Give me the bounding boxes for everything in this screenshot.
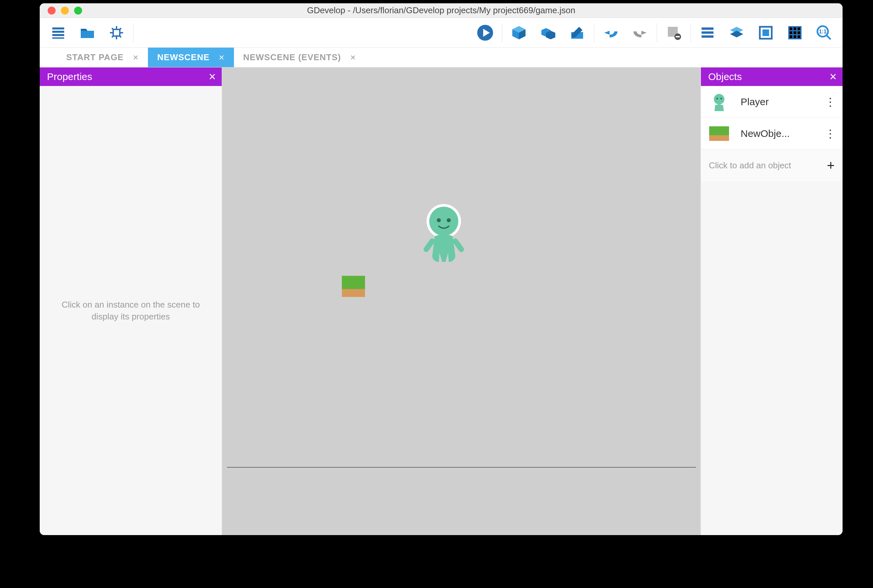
add-object-group-icon[interactable] [538,23,558,43]
object-name: NewObje... [741,128,815,139]
object-thumb [708,122,731,145]
svg-point-34 [720,98,722,99]
open-folder-icon[interactable] [77,23,97,43]
add-object-label: Click to add an object [709,160,791,171]
objects-list: Player ⋮ NewObje... ⋮ Click to add an ob… [701,86,843,181]
toolbar-separator [502,23,502,42]
properties-empty-hint: Click on an instance on the scene to dis… [40,86,222,535]
toolbar-separator [690,23,691,42]
layers-icon[interactable] [727,23,747,43]
play-icon[interactable] [475,23,495,43]
zoom-reset-icon[interactable]: 1:1 [814,23,834,43]
object-item-newobject[interactable]: NewObje... ⋮ [701,118,843,150]
svg-point-32 [714,94,724,105]
tab-newscene[interactable]: NEWSCENE × [148,48,234,67]
svg-point-33 [717,98,718,99]
toolbar-separator [133,23,134,42]
svg-line-25 [827,35,831,39]
add-object-icon[interactable] [509,23,529,43]
svg-rect-4 [113,29,120,36]
edit-icon[interactable] [567,23,587,43]
close-icon[interactable]: × [133,52,139,63]
svg-rect-19 [702,35,714,38]
svg-rect-1 [52,31,64,33]
tab-label: START PAGE [66,52,124,63]
object-item-player[interactable]: Player ⋮ [701,86,843,118]
objects-panel: Objects × Player ⋮ [700,68,843,535]
kebab-menu-icon[interactable]: ⋮ [825,127,836,140]
svg-rect-16 [676,36,680,38]
delete-instance-icon[interactable] [664,23,684,43]
svg-rect-3 [52,38,64,39]
toolbar-separator [594,23,594,42]
object-name: Player [741,96,815,108]
svg-point-30 [447,218,451,222]
tab-label: NEWSCENE (EVENTS) [243,52,341,63]
plus-icon[interactable]: + [827,158,835,173]
svg-rect-0 [52,27,64,29]
tab-start-page[interactable]: START PAGE × [40,48,148,67]
main-toolbar: 1:1 [40,18,843,48]
app-window: GDevelop - /Users/florian/GDevelop proje… [40,3,843,535]
svg-rect-23 [762,29,769,36]
svg-point-29 [437,218,441,222]
scene-canvas[interactable] [222,68,700,535]
panel-header: Objects × [701,68,843,86]
svg-rect-17 [702,27,714,30]
close-icon[interactable]: × [350,52,356,63]
tab-label: NEWSCENE [157,52,209,63]
close-icon[interactable]: × [209,70,216,84]
properties-panel: Properties × Click on an instance on the… [40,68,222,535]
instances-list-icon[interactable] [697,23,717,43]
undo-icon[interactable] [601,23,621,43]
tab-newscene-events[interactable]: NEWSCENE (EVENTS) × [234,48,365,67]
window-title: GDevelop - /Users/florian/GDevelop proje… [40,5,843,15]
debug-icon[interactable] [107,23,126,43]
panel-header: Properties × [40,68,222,86]
close-icon[interactable]: × [829,70,837,84]
instance-tile[interactable] [342,276,365,297]
svg-point-28 [429,207,458,236]
panel-title: Properties [47,71,92,82]
add-object-row[interactable]: Click to add an object + [701,150,843,181]
tab-bar: START PAGE × NEWSCENE × NEWSCENE (EVENTS… [40,48,843,68]
svg-text:1:1: 1:1 [819,29,826,34]
grid-icon[interactable] [785,23,805,43]
workspace: Properties × Click on an instance on the… [40,68,843,535]
svg-rect-2 [52,34,64,36]
close-icon[interactable]: × [219,52,224,63]
toolbar-separator [657,23,657,42]
panel-title: Objects [708,71,742,82]
titlebar: GDevelop - /Users/florian/GDevelop proje… [40,3,843,18]
svg-marker-21 [730,31,743,38]
kebab-menu-icon[interactable]: ⋮ [825,95,836,108]
mask-icon[interactable] [756,23,776,43]
project-manager-icon[interactable] [48,23,68,43]
instance-player[interactable] [422,203,465,266]
tile-graphic [342,276,365,297]
scene-area[interactable] [227,68,696,468]
svg-rect-18 [702,32,714,34]
object-thumb [708,90,731,113]
redo-icon[interactable] [630,23,650,43]
